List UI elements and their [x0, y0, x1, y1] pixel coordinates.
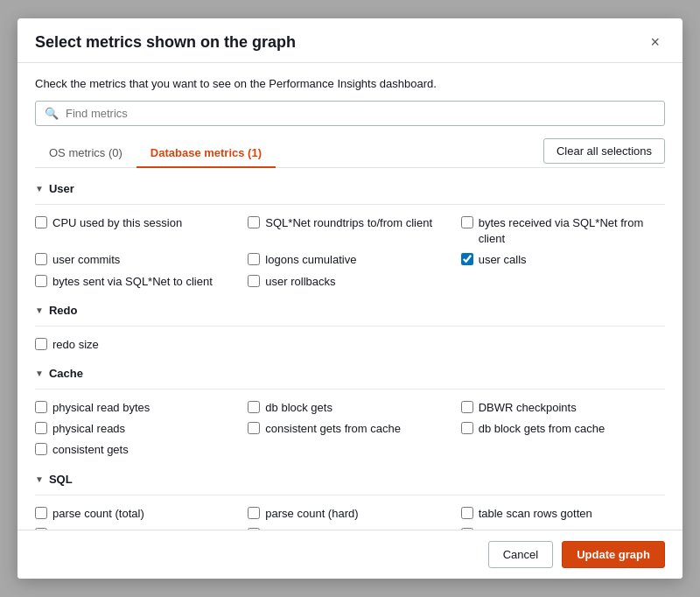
checkbox-redo-size[interactable] — [35, 338, 47, 350]
metric-label-logons-cumulative: logons cumulative — [265, 252, 356, 268]
checkbox-parse-count-hard[interactable] — [248, 507, 260, 519]
metric-label-sqlnet-roundtrips: SQL*Net roundtrips to/from client — [265, 215, 432, 231]
section-sql-divider — [35, 495, 665, 495]
modal-body: Check the metrics that you want to see o… — [18, 63, 682, 530]
metric-user-rollbacks[interactable]: user rollbacks — [248, 274, 452, 290]
checkbox-physical-read-bytes[interactable] — [35, 401, 47, 413]
empty-cell — [461, 274, 665, 290]
checkbox-consistent-gets-cache[interactable] — [248, 422, 260, 434]
checkbox-sqlnet-roundtrips[interactable] — [248, 216, 260, 228]
modal-title: Select metrics shown on the graph — [35, 33, 296, 52]
section-divider — [35, 204, 665, 205]
checkbox-dbwr-checkpoints[interactable] — [461, 401, 473, 413]
checkbox-physical-reads[interactable] — [35, 422, 47, 434]
section-cache: ▼ Cache physical read bytes db block get… — [35, 367, 665, 459]
checkbox-consistent-gets[interactable] — [35, 443, 47, 455]
metric-label-cpu-session: CPU used by this session — [52, 215, 182, 231]
redo-metrics-grid: redo size — [35, 337, 665, 353]
chevron-down-icon-cache: ▼ — [35, 369, 44, 378]
metric-db-block-gets-cache[interactable]: db block gets from cache — [461, 421, 665, 437]
tab-os-metrics[interactable]: OS metrics (0) — [35, 139, 136, 168]
metric-db-block-gets[interactable]: db block gets — [248, 400, 452, 416]
metric-physical-read-bytes[interactable]: physical read bytes — [35, 400, 239, 416]
tab-group: OS metrics (0) Database metrics (1) — [35, 139, 276, 167]
metric-label-parse-count-hard: parse count (hard) — [265, 506, 358, 522]
metric-bytes-sent[interactable]: bytes sent via SQL*Net to client — [35, 274, 239, 290]
section-cache-title: Cache — [49, 367, 83, 380]
metric-label-redo-size: redo size — [52, 337, 99, 353]
metric-label-physical-reads: physical reads — [52, 421, 125, 437]
metric-label-table-scan-rows: table scan rows gotten — [479, 506, 592, 522]
metric-parse-count-hard[interactable]: parse count (hard) — [248, 506, 452, 522]
user-metrics-grid: CPU used by this session SQL*Net roundtr… — [35, 215, 665, 290]
metric-label-consistent-gets: consistent gets — [52, 442, 129, 458]
search-icon: 🔍 — [45, 107, 59, 120]
checkbox-bytes-sent[interactable] — [35, 275, 47, 287]
section-sql-title: SQL — [49, 473, 73, 486]
metric-label-parse-count-total: parse count (total) — [52, 506, 144, 522]
checkbox-bytes-received[interactable] — [461, 216, 473, 228]
metric-consistent-gets[interactable]: consistent gets — [35, 442, 239, 458]
checkbox-user-calls[interactable] — [461, 253, 473, 265]
tabs-row: OS metrics (0) Database metrics (1) Clea… — [35, 138, 665, 168]
section-redo-header[interactable]: ▼ Redo — [35, 304, 665, 317]
metric-label-user-rollbacks: user rollbacks — [265, 274, 335, 290]
checkbox-parse-count-total[interactable] — [35, 507, 47, 519]
metric-physical-reads[interactable]: physical reads — [35, 421, 239, 437]
metric-redo-size[interactable]: redo size — [35, 337, 239, 353]
search-input[interactable] — [66, 107, 655, 120]
metric-bytes-received[interactable]: bytes received via SQL*Net from client — [461, 215, 665, 247]
metric-consistent-gets-cache[interactable]: consistent gets from cache — [248, 421, 452, 437]
section-sql-header[interactable]: ▼ SQL — [35, 473, 665, 486]
modal-header: Select metrics shown on the graph × — [18, 18, 682, 63]
section-cache-header[interactable]: ▼ Cache — [35, 367, 665, 380]
section-user: ▼ User CPU used by this session SQL*Net … — [35, 182, 665, 290]
checkbox-user-rollbacks[interactable] — [248, 275, 260, 287]
metric-label-consistent-gets-cache: consistent gets from cache — [265, 421, 401, 437]
metric-label-bytes-sent: bytes sent via SQL*Net to client — [52, 274, 213, 290]
metric-user-commits[interactable]: user commits — [35, 252, 239, 268]
metric-label-bytes-received: bytes received via SQL*Net from client — [479, 215, 665, 247]
checkbox-user-commits[interactable] — [35, 253, 47, 265]
metric-label-db-block-gets: db block gets — [265, 400, 332, 416]
tab-database-metrics[interactable]: Database metrics (1) — [136, 139, 276, 168]
modal-overlay: Select metrics shown on the graph × Chec… — [0, 0, 700, 597]
close-button[interactable]: × — [645, 32, 665, 52]
clear-all-button[interactable]: Clear all selections — [543, 138, 665, 164]
metric-dbwr-checkpoints[interactable]: DBWR checkpoints — [461, 400, 665, 416]
modal-description: Check the metrics that you want to see o… — [35, 77, 665, 90]
metric-table-scan-rows[interactable]: table scan rows gotten — [461, 506, 665, 522]
checkbox-cpu-session[interactable] — [35, 216, 47, 228]
metric-sqlnet-roundtrips[interactable]: SQL*Net roundtrips to/from client — [248, 215, 452, 247]
update-graph-button[interactable]: Update graph — [562, 541, 665, 568]
chevron-down-icon: ▼ — [35, 184, 44, 193]
cancel-button[interactable]: Cancel — [488, 541, 553, 568]
metric-logons-cumulative[interactable]: logons cumulative — [248, 252, 452, 268]
section-redo-divider — [35, 326, 665, 327]
metric-parse-count-total[interactable]: parse count (total) — [35, 506, 239, 522]
checkbox-table-scan-rows[interactable] — [461, 507, 473, 519]
metric-label-user-calls: user calls — [479, 252, 527, 268]
section-redo-title: Redo — [49, 304, 78, 317]
metric-label-db-block-gets-cache: db block gets from cache — [479, 421, 606, 437]
metric-label-dbwr-checkpoints: DBWR checkpoints — [479, 400, 577, 416]
metric-user-calls[interactable]: user calls — [461, 252, 665, 268]
chevron-down-icon-sql: ▼ — [35, 474, 44, 484]
metric-label-physical-read-bytes: physical read bytes — [52, 400, 150, 416]
modal-footer: Cancel Update graph — [18, 530, 682, 579]
chevron-down-icon-redo: ▼ — [35, 306, 44, 315]
sql-metrics-grid: parse count (total) parse count (hard) t… — [35, 506, 665, 530]
section-user-header[interactable]: ▼ User — [35, 182, 665, 195]
checkbox-db-block-gets[interactable] — [248, 401, 260, 413]
section-user-title: User — [49, 182, 74, 195]
section-redo: ▼ Redo redo size — [35, 304, 665, 353]
metric-label-user-commits: user commits — [52, 252, 120, 268]
section-sql: ▼ SQL parse count (total) parse count (h… — [35, 473, 665, 530]
modal-dialog: Select metrics shown on the graph × Chec… — [18, 18, 682, 579]
cache-metrics-grid: physical read bytes db block gets DBWR c… — [35, 400, 665, 459]
search-box: 🔍 — [35, 101, 665, 126]
checkbox-logons-cumulative[interactable] — [248, 253, 260, 265]
section-cache-divider — [35, 389, 665, 390]
metric-cpu-session[interactable]: CPU used by this session — [35, 215, 239, 247]
checkbox-db-block-gets-cache[interactable] — [461, 422, 473, 434]
